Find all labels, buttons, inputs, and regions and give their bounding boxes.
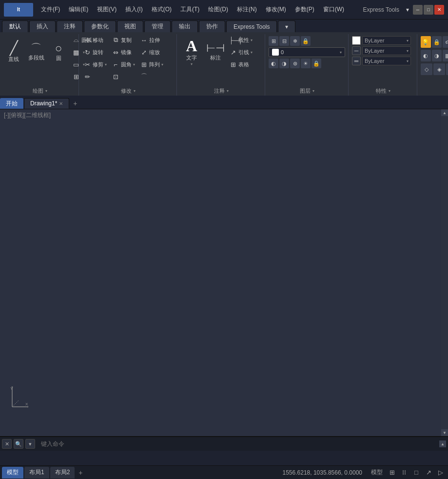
color-dropdown[interactable]: ByLayer ▾ (362, 36, 411, 45)
lineweight-dropdown[interactable]: ByLayer ▾ (362, 57, 411, 65)
properties-group-label[interactable]: 特性 ▾ (351, 86, 415, 96)
gradient-icon2[interactable]: ◑ (432, 50, 442, 61)
cmd-dropdown-btn[interactable]: ▾ (25, 439, 35, 449)
layer-iso-btn[interactable]: ◐ (269, 59, 278, 68)
layout2-tab[interactable]: 布局2 (50, 467, 75, 479)
lock-layer-btn[interactable]: 🔒 (301, 36, 311, 46)
menu-item-E[interactable]: 编辑(E) (65, 3, 92, 16)
canvas-area[interactable]: [-][俯视][二维线框] X Y (0, 109, 448, 436)
menu-item-N[interactable]: 标注(N) (233, 3, 261, 16)
ribbon-tab-5[interactable]: 管理 (144, 20, 171, 32)
layer-off-btn[interactable]: ☀ (301, 59, 311, 68)
menu-item-P[interactable]: 参数(P) (291, 3, 318, 16)
line-tool[interactable]: ╱ 直线 (3, 34, 24, 70)
hatch-icon: ▩ (72, 49, 80, 56)
table-tool[interactable]: ⊞ 表格 (227, 59, 254, 70)
cmd-scroll-up[interactable]: ▲ (439, 440, 446, 447)
annotate-group-label[interactable]: 注释 ▾ (179, 86, 263, 96)
model-tab[interactable]: 模型 (2, 467, 23, 479)
fillet-tool[interactable]: ⌐ 圆角 ▾ (110, 59, 137, 70)
gradient-icon1[interactable]: ◐ (421, 50, 431, 61)
drawing1-close[interactable]: ✕ (59, 101, 63, 106)
layer-state-btn[interactable]: ⊟ (279, 36, 289, 46)
join-icon: ⌒ (140, 72, 148, 81)
lock2-icon[interactable]: 🔒 (432, 36, 442, 48)
layout2-label: 布局2 (55, 468, 70, 477)
linetype-dropdown[interactable]: ByLayer ▾ (362, 46, 411, 55)
menu-item-I[interactable]: 插入(I) (121, 3, 146, 16)
layer-freeze-btn[interactable]: ⊛ (290, 59, 300, 68)
minimize-btn[interactable]: ─ (413, 5, 423, 15)
mirror-tool[interactable]: ⇔ 镜像 (110, 46, 137, 58)
ribbon-tab-9[interactable]: ▾ (278, 20, 295, 32)
copy-tool[interactable]: ⧉ 复制 (110, 34, 137, 46)
join-tool[interactable]: ⌒ (138, 71, 165, 82)
trim-tool[interactable]: ✂ 修剪 ▾ (81, 59, 109, 70)
menu-item-V[interactable]: 视图(V) (93, 3, 120, 16)
ribbon-tab-4[interactable]: 视图 (117, 20, 143, 32)
draw-group-label[interactable]: 绘图 ▾ (3, 86, 77, 96)
layer-unisolate-btn[interactable]: ◑ (279, 59, 289, 68)
express-tools-label[interactable]: Express Tools (363, 6, 404, 13)
mirror-label: 镜像 (121, 49, 132, 56)
menu-item-W[interactable]: 窗口(W) (319, 3, 348, 16)
scale-tool[interactable]: ⤢ 缩放 (138, 46, 165, 58)
linear-dim-label: 线性 (238, 37, 249, 44)
ribbon-tab-0[interactable]: 默认 (2, 20, 28, 32)
menu-item-M[interactable]: 修改(M) (262, 3, 290, 16)
move-tool[interactable]: ✛ 移动 (81, 34, 109, 46)
menu-extra[interactable]: ▾ (404, 6, 411, 13)
select-icon3[interactable]: ◉ (446, 63, 448, 75)
ribbon-tab-6[interactable]: 输出 (172, 20, 198, 32)
layer-panel-btn[interactable]: ⊞ (269, 36, 278, 46)
freehand-tool[interactable]: ✏ (81, 71, 109, 82)
add-drawing-tab[interactable]: + (70, 98, 80, 109)
select-icon2[interactable]: ◈ (433, 63, 445, 75)
scroll-up-arrow[interactable]: ▲ (441, 109, 448, 116)
ribbon-tab-8[interactable]: Express Tools (226, 20, 277, 32)
text-tool[interactable]: A 文字 ▾ (179, 34, 204, 70)
ribbon-tab-3[interactable]: 参数化 (84, 20, 116, 32)
menu-item-O[interactable]: 格式(O) (148, 3, 175, 16)
layer-lock-btn[interactable]: 🔒 (312, 59, 321, 68)
close-btn[interactable]: ✕ (434, 5, 444, 15)
menu-item-T[interactable]: 工具(T) (176, 3, 203, 16)
snap-grid-icon[interactable]: ⊞ (387, 467, 397, 478)
dimension-tool[interactable]: ⊢⊣ 标注 (205, 34, 226, 70)
ribbon-tab-7[interactable]: 协作 (199, 20, 225, 32)
leader-tool[interactable]: ↗ 引线 ▾ (227, 46, 254, 58)
add-layout-tab[interactable]: + (76, 468, 85, 478)
ribbon-tab-1[interactable]: 插入 (29, 20, 56, 32)
layer-dropdown[interactable]: 0 ▾ (269, 47, 345, 57)
circle-tool[interactable]: ○ 圆 (48, 34, 69, 70)
cmd-input-field[interactable] (41, 440, 437, 447)
ortho-icon[interactable]: □ (411, 467, 422, 478)
cmd-search-btn[interactable]: 🔍 (14, 439, 23, 449)
freeze-layer-btn[interactable]: ❄ (290, 36, 300, 46)
scroll-down-arrow[interactable]: ▼ (441, 429, 448, 436)
pattern-icon[interactable]: ▦ (443, 50, 448, 61)
maximize-btn[interactable]: □ (424, 5, 433, 15)
polar-icon[interactable]: ↗ (423, 467, 434, 478)
layer-group: ⊞ ⊟ ❄ 🔒 0 ▾ ◐ ◑ ⊛ ☀ 🔒 (266, 34, 349, 96)
rotate-tool[interactable]: ↻ 旋转 (81, 46, 109, 58)
linear-dim-tool[interactable]: ├─┤ 线性 ▾ (227, 34, 254, 46)
start-tab[interactable]: 开始 (0, 98, 23, 109)
clip-tool[interactable]: ⊡ (110, 71, 137, 82)
drawing1-tab[interactable]: Drawing1* ✕ (24, 98, 69, 109)
polyline-tool[interactable]: ⌒ 多段线 (25, 34, 47, 70)
select-icon1[interactable]: ◇ (421, 63, 432, 75)
bulb-icon[interactable]: 💡 (421, 36, 431, 48)
grid-dots-icon[interactable]: ⁞⁞ (399, 467, 409, 478)
layer-group-label[interactable]: 图层 ▾ (268, 86, 346, 96)
modify-group-label[interactable]: 修改 ▾ (81, 86, 175, 96)
stretch-tool[interactable]: ↔ 拉伸 (138, 34, 165, 46)
ribbon-tab-2[interactable]: 注释 (57, 20, 83, 32)
menu-item-D[interactable]: 绘图(D) (204, 3, 232, 16)
osnap-icon[interactable]: ▷ (435, 467, 446, 478)
menu-item-F[interactable]: 文件(F) (37, 3, 64, 16)
cmd-close-btn[interactable]: ✕ (2, 439, 12, 449)
array-tool[interactable]: ⊞ 阵列 ▾ (138, 59, 165, 70)
tag-icon[interactable]: 🏷 (443, 36, 448, 48)
layout1-tab[interactable]: 布局1 (24, 467, 49, 479)
